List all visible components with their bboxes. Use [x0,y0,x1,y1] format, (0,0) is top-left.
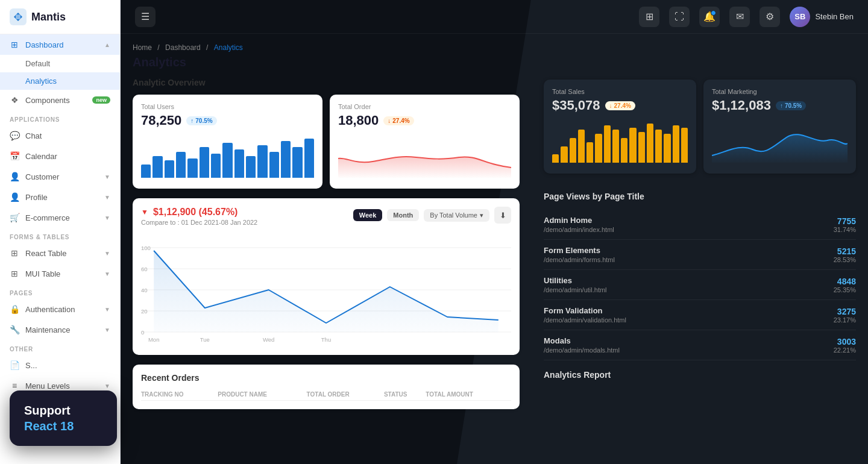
mail-button[interactable]: ✉ [729,7,750,27]
grid-button[interactable]: ⊞ [639,7,659,27]
dark-analytics-cards: Total Sales $35,078 ↓ 27.4% Total Market [544,80,856,174]
pv-count: 5215 [834,246,856,256]
arrow-down-icon2: ↓ [609,102,612,109]
dark-cards-section: Total Sales $35,078 ↓ 27.4% Total Market [544,80,856,174]
svg-text:60: 60 [141,266,148,272]
user-name: Stebin Ben [815,12,854,21]
svg-rect-1 [16,14,20,19]
pv-pct: 28.53% [834,256,856,263]
recent-orders-title: Recent Orders [141,373,199,383]
page-title: Analytics [133,55,520,69]
bell-icon: 🔔 [703,11,715,22]
arrow-up-icon2: ↑ [780,102,783,109]
table-header-row: Tracking No Product Name Total Order Sta… [141,389,511,401]
total-sales-value: $35,078 [552,98,600,113]
arrow-up-icon: ↑ [190,118,193,124]
sidebar-item-chat[interactable]: 💬 Chat [0,125,120,146]
sidebar-item-authentication[interactable]: 🔒 Authentication ▼ [0,299,120,319]
sidebar-item-maintenance[interactable]: 🔧 Maintenance ▼ [0,319,120,340]
sidebar-item-dashboard[interactable]: ⊞ Dashboard ▲ [0,34,120,55]
download-button[interactable]: ⬇ [494,207,511,224]
income-line-chart: 0 20 40 60 100 Mon Tue Wed Thu [141,230,511,344]
sidebar-item-components[interactable]: ❖ Components new [0,90,120,110]
col-tracking: Tracking No [141,389,218,401]
applications-label: Applications [0,110,120,125]
total-order-chart [338,134,511,178]
pv-url: /demo/admin/index.html [544,226,614,233]
chevron-down-icon7: ▼ [104,327,110,333]
total-users-card: Total Users 78,250 ↑ 70.5% [133,95,322,189]
total-users-badge: ↑ 70.5% [186,116,216,125]
page-view-item: Modals /demo/admin/modals.html 3003 22.2… [544,330,856,360]
total-marketing-label: Total Marketing [712,88,848,95]
svg-text:Mon: Mon [148,337,160,343]
authentication-icon: 🔒 [10,304,19,314]
hamburger-icon: ☰ [141,11,149,22]
page-view-item: Utilities /demo/admin/util.html 4848 25.… [544,270,856,300]
col-product: Product Name [218,389,306,401]
mui-table-icon: ⊞ [10,269,19,278]
sidebar-item-mui-table[interactable]: ⊞ MUI Table ▼ [0,263,120,284]
page-view-item: Form Elements /demo/admin/forms.html 521… [544,240,856,270]
react-table-icon: ⊞ [10,248,19,258]
orders-table: Tracking No Product Name Total Order Sta… [141,389,511,401]
volume-button[interactable]: By Total Volume ▾ [424,209,489,222]
month-button[interactable]: Month [387,209,419,221]
sidebar-logo[interactable]: Mantis [0,0,120,34]
pv-title: Form Elements [544,246,615,255]
settings-button[interactable]: ⚙ [760,7,780,27]
breadcrumb-home[interactable]: Home [133,43,152,52]
pv-pct: 23.17% [834,316,856,324]
menu-levels-icon: ≡ [10,381,19,390]
user-menu[interactable]: SB Stebin Ben [790,7,854,27]
analytics-report-title: Analytics Report [544,370,856,380]
pv-url: /demo/admin/forms.html [544,256,615,263]
pv-title: Modals [544,336,620,345]
pv-count: 3275 [834,307,856,316]
main-area: ☰ ⊞ ⛶ 🔔 ✉ ⚙ SB Stebin Ben [121,0,868,464]
col-status: Status [384,389,426,401]
mail-icon: ✉ [736,11,744,22]
app-name: Mantis [31,11,66,24]
total-order-label: Total Order [338,103,511,110]
pv-title: Utilities [544,276,607,285]
pv-pct: 31.74% [834,226,856,233]
chevron-up-icon: ▲ [104,42,110,48]
mantis-logo-icon [10,8,27,25]
menu-toggle-button[interactable]: ☰ [135,7,156,27]
page-view-item: Form Validation /demo/admin/validation.h… [544,300,856,330]
pv-count: 3003 [834,337,856,346]
recent-orders-section: Recent Orders Tracking No Product Name T… [133,365,520,409]
total-marketing-badge: ↑ 70.5% [776,101,806,110]
notifications-button[interactable]: 🔔 [699,7,720,27]
sidebar-sub-default[interactable]: Default [0,55,120,72]
breadcrumb-dashboard[interactable]: Dashboard [165,43,201,52]
total-marketing-value: $1,12,083 [712,98,771,113]
svg-text:20: 20 [141,309,148,315]
week-button[interactable]: Week [353,209,383,221]
sidebar-sub-analytics[interactable]: Analytics [0,72,120,90]
new-badge: new [92,96,110,104]
chevron-down-icon3: ▼ [104,215,110,221]
gear-icon: ⚙ [766,11,774,22]
chevron-icon: ▾ [480,212,483,219]
content-area: Home / Dashboard / Analytics Analytics A… [121,34,868,464]
pv-url: /demo/admin/util.html [544,286,607,293]
support-toast: Support React 18 [10,390,117,446]
page-views-title: Page Views by Page Title [544,192,856,201]
analytics-cards: Total Users 78,250 ↑ 70.5% Total Order 1… [133,95,520,189]
pv-pct: 22.21% [834,346,856,354]
right-content: Total Sales $35,078 ↓ 27.4% Total Market [532,34,868,464]
chevron-down-icon5: ▼ [104,271,110,277]
fullscreen-button[interactable]: ⛶ [669,7,690,27]
sidebar-item-react-table[interactable]: ⊞ React Table ▼ [0,243,120,263]
sidebar-item-calendar[interactable]: 📅 Calendar [0,146,120,166]
sidebar-item-sample[interactable]: 📄 S... [0,355,120,375]
income-overview-section: ▼ $1,12,900 (45.67%) Compare to : 01 Dec… [133,198,520,355]
sample-icon: 📄 [10,360,19,370]
sidebar-item-ecommerce[interactable]: 🛒 E-commerce ▼ [0,207,120,228]
sidebar-item-profile[interactable]: 👤 Profile ▼ [0,187,120,207]
sidebar-item-customer[interactable]: 👤 Customer ▼ [0,166,120,187]
svg-text:Tue: Tue [200,337,210,343]
svg-text:0: 0 [141,330,144,336]
